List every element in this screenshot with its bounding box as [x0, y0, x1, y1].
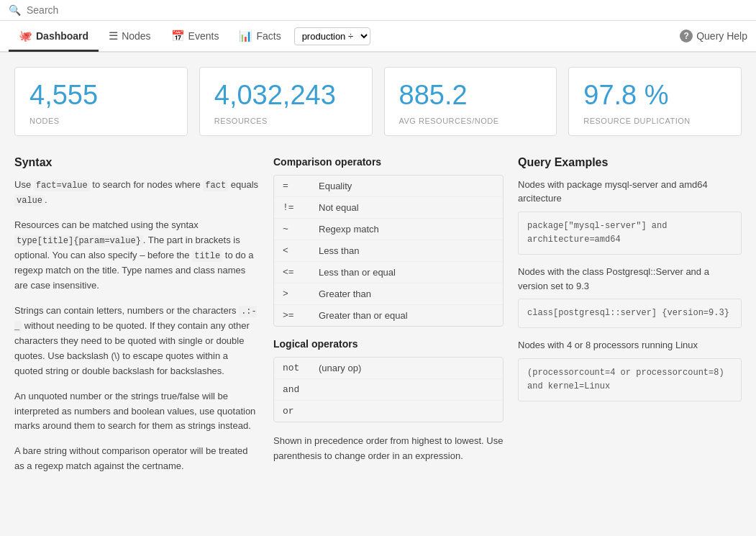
op-row-gte: >= Greater than or equal — [274, 305, 503, 326]
nav-item-dashboard[interactable]: 🐙 Dashboard — [9, 22, 99, 52]
query-help-button[interactable]: ? Query Help — [680, 29, 747, 42]
query-help-label: Query Help — [696, 30, 747, 42]
query-examples-title: Query Examples — [518, 156, 742, 169]
search-input[interactable] — [27, 4, 747, 16]
syntax-para-1: Use fact=value to search for nodes where… — [14, 178, 259, 208]
environment-select[interactable]: production ÷ — [294, 27, 370, 45]
stat-label-resources: RESOURCES — [214, 117, 357, 125]
operators-section: Comparison operators = Equality != Not e… — [273, 156, 504, 464]
stats-row: 4,555 NODES 4,032,243 RESOURCES 885.2 AV… — [14, 67, 742, 136]
facts-icon: 📊 — [239, 29, 252, 42]
content-row: Syntax Use fact=value to search for node… — [14, 156, 742, 484]
nav-item-facts[interactable]: 📊 Facts — [229, 22, 291, 52]
stat-card-duplication: 97.8 % RESOURCE DUPLICATION — [568, 67, 742, 136]
logical-operators-title: Logical operators — [273, 338, 504, 350]
syntax-para-2: Resources can be matched using the synta… — [14, 218, 259, 294]
precedence-note: Shown in precedence order from highest t… — [273, 434, 504, 464]
op-desc-eq: Equality — [319, 181, 352, 191]
op-row-and: and — [274, 379, 503, 401]
op-row-tilde: ~ Regexp match — [274, 219, 503, 240]
op-desc-neq: Not equal — [319, 202, 359, 213]
events-icon: 📅 — [171, 29, 185, 42]
query-example-code-3: (processorcount=4 or processorcount=8) a… — [518, 358, 742, 401]
comparison-operators-title: Comparison operators — [273, 156, 504, 168]
syntax-para-5: A bare string without comparison operato… — [14, 444, 259, 474]
op-desc-lt: Less than — [319, 245, 359, 256]
op-desc-not: (unary op) — [319, 363, 361, 373]
op-desc-lte: Less than or equal — [319, 267, 396, 278]
logical-operators-box: not (unary op) and or — [273, 357, 504, 422]
op-desc-gt: Greater than — [319, 289, 371, 299]
op-desc-tilde: Regexp match — [319, 224, 379, 235]
dashboard-icon: 🐙 — [19, 29, 32, 42]
op-desc-gte: Greater than or equal — [319, 310, 408, 321]
op-row-eq: = Equality — [274, 176, 503, 197]
op-sym-eq: = — [283, 181, 319, 191]
op-sym-and: and — [283, 384, 319, 395]
query-examples-section: Query Examples Nodes with package mysql-… — [518, 156, 742, 412]
stat-value-resources: 4,032,243 — [214, 81, 357, 111]
stat-card-avg-resources: 885.2 AVG RESOURCES/NODE — [384, 67, 557, 136]
stat-label-avg-resources: AVG RESOURCES/NODE — [399, 117, 542, 125]
op-row-lte: <= Less than or equal — [274, 262, 503, 283]
op-sym-gt: > — [283, 289, 319, 299]
op-sym-or: or — [283, 406, 319, 417]
op-sym-gte: >= — [283, 310, 319, 321]
nav-label-events: Events — [188, 30, 219, 42]
op-row-or: or — [274, 401, 503, 422]
op-sym-lte: <= — [283, 267, 319, 278]
nav-label-dashboard: Dashboard — [36, 30, 88, 42]
comparison-operators-box: = Equality != Not equal ~ Regexp match <… — [273, 175, 504, 327]
op-row-not: not (unary op) — [274, 358, 503, 379]
syntax-para-3: Strings can contain letters, numbers or … — [14, 304, 259, 379]
syntax-title: Syntax — [14, 156, 259, 169]
query-example-label-2: Nodes with the class Postgresql::Server … — [518, 265, 742, 293]
query-example-label-3: Nodes with 4 or 8 processors running Lin… — [518, 338, 742, 353]
stat-label-duplication: RESOURCE DUPLICATION — [583, 117, 727, 125]
query-example-label-1: Nodes with package mysql-server and amd6… — [518, 178, 742, 206]
stat-card-nodes: 4,555 NODES — [14, 67, 188, 136]
nav-label-nodes: Nodes — [122, 30, 150, 42]
search-icon: 🔍 — [9, 4, 21, 16]
stat-card-resources: 4,032,243 RESOURCES — [199, 67, 373, 136]
nodes-icon: ☰ — [109, 29, 118, 42]
query-example-code-1: package["mysql-server"] and architecture… — [518, 212, 742, 255]
syntax-section: Syntax Use fact=value to search for node… — [14, 156, 259, 484]
query-example-code-2: class[postgresql::server] {version=9.3} — [518, 299, 742, 328]
op-sym-tilde: ~ — [283, 224, 319, 235]
op-sym-not: not — [283, 363, 319, 373]
stat-value-nodes: 4,555 — [29, 81, 173, 111]
op-sym-lt: < — [283, 245, 319, 256]
stat-value-avg-resources: 885.2 — [399, 81, 542, 111]
op-row-gt: > Greater than — [274, 283, 503, 305]
search-bar: 🔍 — [0, 0, 756, 21]
main-content: 4,555 NODES 4,032,243 RESOURCES 885.2 AV… — [0, 53, 756, 499]
nav-item-nodes[interactable]: ☰ Nodes — [99, 22, 160, 52]
stat-value-duplication: 97.8 % — [583, 81, 727, 111]
main-nav: 🐙 Dashboard ☰ Nodes 📅 Events 📊 Facts pro… — [0, 21, 756, 53]
nav-label-facts: Facts — [256, 30, 281, 42]
nav-item-events[interactable]: 📅 Events — [161, 22, 229, 52]
op-row-neq: != Not equal — [274, 197, 503, 219]
op-row-lt: < Less than — [274, 240, 503, 262]
stat-label-nodes: NODES — [29, 117, 173, 125]
syntax-para-4: An unquoted number or the strings true/f… — [14, 389, 259, 434]
help-icon: ? — [680, 29, 693, 42]
op-sym-neq: != — [283, 202, 319, 213]
